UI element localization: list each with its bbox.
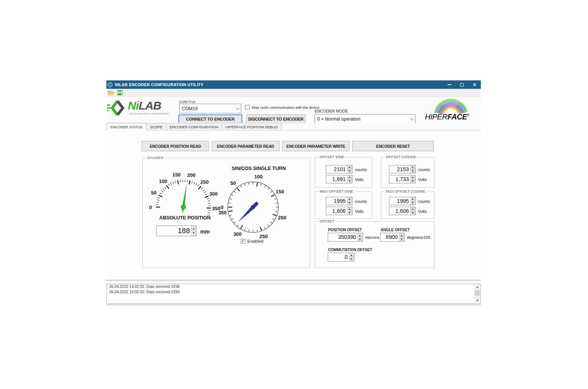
enabled-label: Enabled — [247, 239, 263, 244]
nilab-wordmark: NiLAB — [128, 100, 169, 111]
offset-group-title: OFFSET — [318, 219, 336, 223]
msa-offset-sine-group: MSA OFFSET SINE 1995 counts 1,606 Volts — [315, 191, 372, 219]
spin-down-button[interactable] — [347, 201, 352, 205]
minimize-button[interactable] — [443, 80, 456, 89]
spin-up-button[interactable] — [410, 208, 415, 211]
encoder-mode-select[interactable]: 0 = Normal operation — [315, 114, 415, 124]
spin-down-button[interactable] — [347, 170, 352, 173]
angle-offset-input[interactable]: 8900 — [380, 233, 405, 242]
gauges-group: GAUGES 050100150200250300350 ABSOLUTE PO… — [142, 158, 310, 268]
msa-offset-cosine-counts-input[interactable]: 1995 — [389, 197, 416, 205]
msa-offset-sine-counts-input[interactable]: 1995 — [326, 197, 353, 205]
scrollbar-thumb[interactable] — [475, 290, 480, 296]
window-bottom-edge — [106, 304, 481, 305]
open-file-button[interactable] — [108, 90, 114, 96]
svg-text:100: 100 — [254, 174, 263, 180]
spin-down-button[interactable] — [410, 170, 415, 173]
offset-cosine-title: OFFSET COSINE — [384, 155, 418, 159]
log-scrollbar[interactable] — [474, 284, 480, 303]
offset-cosine-volts-input[interactable]: 1,733 — [389, 175, 416, 183]
encoder-parameter-write-button[interactable]: ENCODER PARAMETER WRITE — [282, 141, 350, 151]
tab-hiperface-position-debug[interactable]: HIPERFACE POSITION DEBUG — [222, 123, 282, 130]
save-floppy-icon — [117, 90, 122, 95]
tab-scope[interactable]: SCOPE — [146, 123, 167, 130]
stop-cyclic-checkbox[interactable]: Stop cyclic communication with the devic… — [245, 105, 319, 110]
triangle-up-icon — [193, 228, 195, 229]
spin-up-button[interactable] — [410, 176, 415, 179]
log-listbox[interactable]: 26.04.2022 14:02:02: Data received #298 … — [106, 284, 481, 304]
connect-button[interactable]: CONNECT TO ENCODER — [178, 114, 242, 124]
position-offset-label: POSITION OFFSET — [328, 228, 362, 232]
offset-cosine-counts-input[interactable]: 2153 — [389, 165, 416, 173]
msa-offset-sine-title: MSA OFFSET SINE — [318, 189, 355, 193]
nilab-logo-text: NiLAB Neue innovative Linearantriebe — [128, 100, 169, 115]
enabled-checkbox[interactable]: Enabled — [241, 239, 263, 244]
offset-sine-counts-input[interactable]: 2101 — [326, 165, 353, 173]
open-folder-icon — [108, 90, 114, 95]
hiperface-rainbow-icon — [423, 98, 474, 114]
counts-unit: counts — [418, 167, 430, 172]
commutation-offset-label: COMMUTATION OFFSET — [328, 248, 372, 252]
checkbox-icon — [241, 239, 245, 244]
volts-unit: Volts — [355, 177, 364, 182]
absolute-position-input[interactable]: 188 — [156, 226, 197, 236]
volts-unit: Volts — [355, 209, 364, 214]
spin-up-button[interactable] — [399, 234, 404, 237]
encoder-reset-button[interactable]: ENCODER RESET — [352, 141, 434, 151]
encoder-parameter-read-button[interactable]: ENCODER PARAMETER READ — [212, 141, 279, 151]
counts-unit: counts — [355, 167, 367, 172]
spin-down-button[interactable] — [410, 201, 415, 205]
spin-up-button[interactable] — [410, 198, 415, 201]
divider — [106, 280, 481, 282]
encoder-position-read-button[interactable]: ENCODER POSITION READ — [142, 141, 209, 151]
spin-down-button[interactable] — [399, 237, 404, 241]
save-button[interactable] — [117, 90, 123, 96]
app-icon — [108, 82, 113, 87]
spin-down-button[interactable] — [191, 231, 196, 236]
close-icon: × — [473, 83, 476, 87]
offset-sine-volts-input[interactable]: 1,691 — [326, 175, 353, 183]
position-offset-input[interactable]: 350390 — [328, 233, 363, 242]
svg-text:100: 100 — [159, 178, 167, 184]
scroll-down-button[interactable] — [474, 298, 480, 303]
tab-bar: ENCODER STATUS SCOPE ENCODER CONFIGURATI… — [106, 123, 481, 131]
spin-down-button[interactable] — [358, 237, 362, 241]
volts-unit: Volts — [418, 209, 427, 214]
maximize-button[interactable] — [456, 80, 468, 89]
msa-offset-cosine-volts-input[interactable]: 1,606 — [389, 207, 416, 215]
spin-down-button[interactable] — [410, 211, 415, 215]
spin-up-button[interactable] — [347, 166, 352, 169]
spin-up-button[interactable] — [358, 234, 362, 237]
com-port-select[interactable]: COM19 — [179, 104, 241, 113]
spin-up-button[interactable] — [410, 166, 415, 169]
disconnect-button[interactable]: DISCONNECT TO ENCODER — [246, 114, 305, 124]
tab-encoder-configuration[interactable]: ENCODER CONFIGURATION — [166, 123, 222, 130]
svg-text:0: 0 — [149, 204, 152, 210]
encoder-mode-label: ENCODER MODE — [315, 109, 348, 113]
spin-up-button[interactable] — [191, 226, 196, 231]
spin-up-button[interactable] — [349, 253, 354, 257]
scroll-up-button[interactable] — [474, 284, 480, 289]
spin-up-button[interactable] — [347, 208, 352, 211]
svg-text:250: 250 — [200, 179, 209, 185]
counts-unit: counts — [418, 199, 430, 204]
spin-down-button[interactable] — [347, 211, 352, 215]
nilab-logo: NiLAB Neue innovative Linearantriebe — [107, 100, 169, 117]
header: NiLAB Neue innovative Linearantriebe COM… — [106, 97, 481, 123]
volts-unit: Volts — [418, 177, 427, 182]
msa-offset-sine-volts-input[interactable]: 1,606 — [326, 207, 353, 215]
spin-down-button[interactable] — [410, 180, 415, 183]
spin-up-button[interactable] — [347, 198, 352, 201]
spin-down-button[interactable] — [349, 257, 354, 261]
spin-up-button[interactable] — [347, 176, 352, 179]
triangle-down-icon — [476, 300, 479, 301]
window-title: NILAB ENCODER CONFIGURATION UTILITY — [115, 82, 203, 87]
commutation-offset-input[interactable]: 0 — [328, 253, 354, 262]
spin-down-button[interactable] — [347, 180, 352, 183]
close-button[interactable]: × — [468, 80, 481, 89]
absolute-position-unit: mm — [200, 229, 210, 235]
offset-sine-title: OFFSET SINE — [318, 155, 346, 159]
hiperface-logo: HIPERFACE® — [423, 98, 474, 122]
gauges-group-title: GAUGES — [146, 155, 165, 160]
tab-encoder-status[interactable]: ENCODER STATUS — [106, 123, 147, 131]
